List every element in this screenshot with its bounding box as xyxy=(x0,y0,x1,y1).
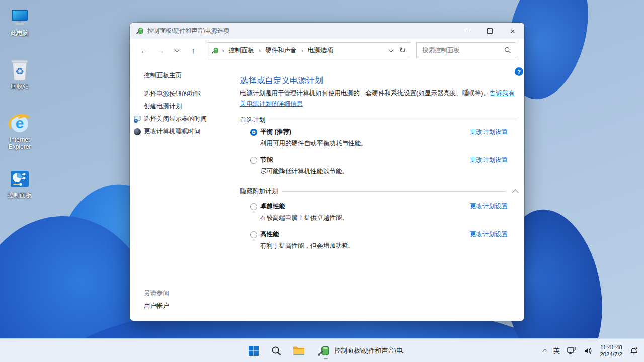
power-options-app-icon xyxy=(136,27,144,35)
chevron-down-icon xyxy=(175,47,180,52)
control-panel-window: 控制面板\硬件和声音\电源选项 × ← → ↑ xyxy=(130,23,524,321)
radio-ultimate-performance[interactable] xyxy=(250,203,257,210)
change-plan-settings-link[interactable]: 更改计划设置 xyxy=(470,230,508,239)
plan-description: 利用可用的硬件自动平衡功耗与性能。 xyxy=(260,139,508,148)
sidebar-item-label: 控制面板主页 xyxy=(144,71,182,80)
taskbar: 控制面板\硬件和声音\电 英 xyxy=(0,338,644,362)
svg-text:♻: ♻ xyxy=(15,65,24,77)
internet-explorer-icon: e xyxy=(0,112,39,135)
plan-name: 平衡 (推荐) xyxy=(260,128,291,136)
plan-description: 有利于提高性能，但会增加功耗。 xyxy=(260,242,508,250)
window-titlebar: 控制面板\硬件和声音\电源选项 × xyxy=(130,23,524,39)
back-button[interactable]: ← xyxy=(138,44,150,57)
change-plan-settings-link[interactable]: 更改计划设置 xyxy=(470,156,508,164)
section-hidden-plans: 隐藏附加计划 xyxy=(240,187,517,196)
plan-description: 尽可能降低计算机性能以节能。 xyxy=(260,167,508,176)
see-also-label: 另请参阅 xyxy=(144,289,169,298)
input-method-indicator[interactable]: 英 xyxy=(553,346,560,355)
plan-name: 节能 xyxy=(260,156,273,164)
clock-date: 2024/7/2 xyxy=(600,351,622,358)
sidebar-item-power-buttons[interactable]: 选择电源按钮的功能 xyxy=(133,89,201,98)
clock-time: 11:41:48 xyxy=(600,344,622,351)
this-pc-icon xyxy=(0,5,39,28)
screen: 此电脑 ♻ 回收站 e Internet Explorer xyxy=(0,0,644,362)
section-divider xyxy=(269,120,517,120)
sidebar-item-label: 更改计算机睡眠时间 xyxy=(144,127,201,136)
recent-pages-dropdown[interactable] xyxy=(171,44,183,57)
control-panel-icon xyxy=(0,167,39,190)
maximize-button[interactable] xyxy=(478,23,501,39)
intro-paragraph: 电源计划是用于管理计算机如何使用电源的一套硬件和系统设置(如显示器亮度、睡眠等)… xyxy=(240,88,520,109)
collapse-chevron-up-icon[interactable] xyxy=(512,189,519,196)
address-bar[interactable]: › 控制面板 › 硬件和声音 › 电源选项 ↻ xyxy=(207,42,410,58)
plan-name: 高性能 xyxy=(260,230,279,239)
volume-icon[interactable] xyxy=(583,346,593,356)
network-icon[interactable] xyxy=(567,346,577,356)
power-options-app-icon xyxy=(317,344,330,357)
search-input[interactable] xyxy=(421,46,504,54)
plan-row-ultimate: 卓越性能 更改计划设置 在较高端电脑上提供卓越性能。 xyxy=(250,202,508,222)
refresh-button[interactable]: ↻ xyxy=(399,46,406,55)
breadcrumb-separator-icon: › xyxy=(300,47,304,54)
desktop-icon-recycle-bin[interactable]: ♻ 回收站 xyxy=(0,58,39,90)
plan-row-balanced: 平衡 (推荐) 更改计划设置 利用可用的硬件自动平衡功耗与性能。 xyxy=(250,128,508,148)
file-explorer-button[interactable] xyxy=(290,342,308,360)
taskbar-active-app[interactable]: 控制面板\硬件和声音\电 xyxy=(312,342,408,360)
sidebar-item-user-accounts[interactable]: 用户帐户 xyxy=(133,302,169,310)
minimize-button[interactable] xyxy=(455,23,478,39)
breadcrumb-control-panel[interactable]: 控制面板 xyxy=(228,45,255,56)
breadcrumb-power-options[interactable]: 电源选项 xyxy=(307,45,334,56)
search-icon[interactable] xyxy=(504,47,511,54)
sidebar-item-display-off-time[interactable]: 选择关闭显示器的时间 xyxy=(133,115,207,123)
desktop-icon-label: 控制面板 xyxy=(0,192,39,199)
sidebar-item-label: 选择电源按钮的功能 xyxy=(144,89,201,98)
up-button[interactable]: ↑ xyxy=(187,44,200,57)
active-app-label: 控制面板\硬件和声音\电 xyxy=(334,346,403,355)
sidebar-item-label: 创建电源计划 xyxy=(144,102,182,111)
notification-bell-dnd-icon[interactable]: z xyxy=(629,346,639,356)
search-icon xyxy=(271,345,282,356)
sidebar-item-label: 用户帐户 xyxy=(144,302,169,310)
sidebar-item-sleep-time[interactable]: 更改计算机睡眠时间 xyxy=(133,127,201,136)
sidebar-item-home[interactable]: 控制面板主页 xyxy=(133,71,182,80)
sidebar-item-create-plan[interactable]: 创建电源计划 xyxy=(133,102,182,111)
plan-row-high-performance: 高性能 更改计划设置 有利于提高性能，但会增加功耗。 xyxy=(250,230,508,250)
change-plan-settings-link[interactable]: 更改计划设置 xyxy=(470,202,508,211)
taskbar-search-button[interactable] xyxy=(267,342,285,360)
address-dropdown-button[interactable] xyxy=(389,47,393,54)
window-content: 控制面板主页 选择电源按钮的功能 创建电源计划 选择关闭显示器的时间 xyxy=(130,62,524,321)
plan-name: 卓越性能 xyxy=(260,202,285,211)
breadcrumb-hardware-sound[interactable]: 硬件和声音 xyxy=(264,45,298,56)
sidebar-item-label: 选择关闭显示器的时间 xyxy=(144,115,207,123)
radio-high-performance[interactable] xyxy=(250,231,257,238)
taskbar-clock[interactable]: 11:41:48 2024/7/2 xyxy=(600,344,622,358)
page-title: 选择或自定义电源计划 xyxy=(240,75,323,86)
section-divider xyxy=(282,191,506,192)
desktop-icon-control-panel[interactable]: 控制面板 xyxy=(0,167,39,199)
change-plan-settings-link[interactable]: 更改计划设置 xyxy=(470,128,508,136)
power-options-app-icon xyxy=(211,47,219,54)
section-title: 隐藏附加计划 xyxy=(240,187,278,196)
tray-overflow-chevron-up-icon[interactable] xyxy=(543,346,547,355)
help-button[interactable]: ? xyxy=(515,67,523,76)
radio-balanced[interactable] xyxy=(250,129,257,136)
display-clock-icon xyxy=(133,115,142,123)
close-button[interactable]: × xyxy=(501,23,524,39)
window-controls: × xyxy=(455,23,524,39)
search-box[interactable] xyxy=(416,42,516,58)
breadcrumb-separator-icon: › xyxy=(258,47,262,54)
radio-power-saver[interactable] xyxy=(250,157,257,164)
desktop-icon-internet-explorer[interactable]: e Internet Explorer xyxy=(0,112,39,150)
forward-button[interactable]: → xyxy=(154,44,167,57)
desktop-icon-this-pc[interactable]: 此电脑 xyxy=(0,5,39,37)
start-button[interactable] xyxy=(245,342,263,360)
recycle-bin-icon: ♻ xyxy=(0,58,39,81)
plan-description: 在较高端电脑上提供卓越性能。 xyxy=(260,214,508,222)
section-title: 首选计划 xyxy=(240,116,265,124)
breadcrumb-separator-icon: › xyxy=(221,47,225,54)
sleep-moon-icon xyxy=(133,128,142,136)
section-preferred-plans: 首选计划 xyxy=(240,116,517,124)
desktop-icon-label: 回收站 xyxy=(0,83,39,90)
svg-text:z: z xyxy=(636,346,638,349)
see-also-heading: 另请参阅 xyxy=(133,289,169,298)
